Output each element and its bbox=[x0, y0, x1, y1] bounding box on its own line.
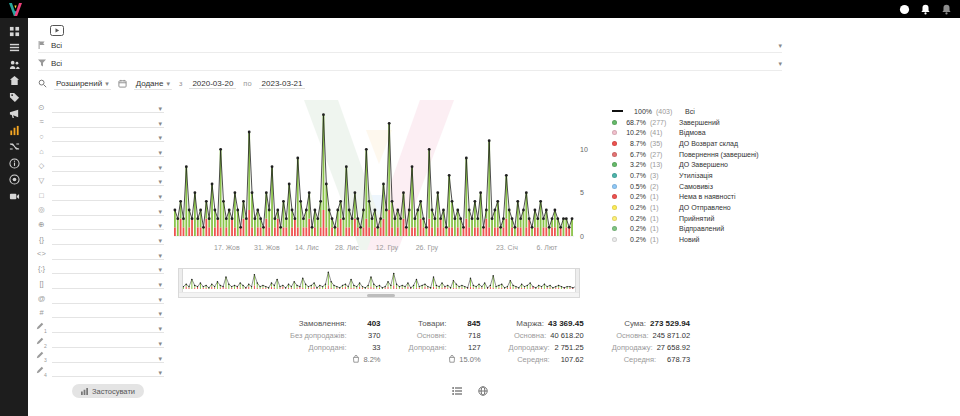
status-icon: ⊙ bbox=[36, 104, 47, 112]
legend-dot-swatch bbox=[612, 194, 617, 199]
filter-select[interactable]: ▾ bbox=[52, 352, 164, 363]
range-handle-left[interactable] bbox=[179, 269, 183, 292]
braces-icon: {} bbox=[36, 236, 47, 244]
sidebar-item-dashboard[interactable] bbox=[0, 23, 28, 40]
globe-icon[interactable] bbox=[478, 386, 488, 396]
bell-muted-icon[interactable] bbox=[941, 4, 952, 15]
legend-item[interactable]: 0.2%(1)Новий bbox=[612, 234, 759, 245]
filter-select[interactable]: ▾ bbox=[52, 337, 164, 348]
sidebar-item-shop[interactable] bbox=[0, 73, 28, 90]
legend-dot-swatch bbox=[612, 237, 617, 242]
filter-select[interactable]: ▾ bbox=[52, 278, 164, 289]
list-icon bbox=[9, 42, 20, 53]
svg-text:17. Жов: 17. Жов bbox=[214, 244, 240, 251]
stat-row: Основна:245 871.02 bbox=[612, 329, 690, 341]
range-handle-right[interactable] bbox=[575, 269, 579, 292]
app-logo-icon[interactable] bbox=[8, 3, 23, 16]
legend-item[interactable]: 0.2%(1)Відправлений bbox=[612, 224, 759, 235]
mode-select[interactable]: Розширений ▾ bbox=[54, 78, 111, 90]
legend-label: Відмова bbox=[679, 129, 706, 136]
sidebar-item-products[interactable] bbox=[0, 89, 28, 106]
filter-select[interactable]: ▾ bbox=[52, 322, 164, 333]
sidebar-item-info[interactable] bbox=[0, 155, 28, 172]
sidebar-item-customers[interactable] bbox=[0, 56, 28, 73]
date-from-input[interactable]: 2020-03-20 bbox=[189, 79, 236, 89]
stat-row: Допродажу:2 751.25 bbox=[509, 341, 584, 353]
legend-pct: 68.7% bbox=[621, 119, 646, 126]
filter-select[interactable]: ▾ bbox=[52, 131, 164, 142]
filter-select[interactable]: ▾ bbox=[52, 205, 164, 216]
sidebar-item-analytics[interactable] bbox=[0, 122, 28, 139]
date-field-select[interactable]: Додане ▾ bbox=[134, 78, 172, 90]
trend-icon: ≈ bbox=[36, 118, 47, 126]
date-to-input[interactable]: 2023-03-21 bbox=[259, 79, 306, 89]
sidebar-item-partners[interactable] bbox=[0, 172, 28, 189]
legend-item[interactable]: 100%(403)Всі bbox=[612, 106, 759, 117]
stat-title: Товари: bbox=[418, 319, 446, 328]
stat-value: 127 bbox=[451, 343, 481, 352]
filter-select[interactable]: ▾ bbox=[52, 263, 164, 274]
legend-item[interactable]: 0.7%(3)Утилізація bbox=[612, 170, 759, 181]
filter-select[interactable]: ▾ bbox=[52, 175, 164, 186]
filter-select[interactable]: ▾ bbox=[52, 219, 164, 230]
legend-item[interactable]: 0.2%(1)ДО Отправлено bbox=[612, 202, 759, 213]
filter-select[interactable]: ▾ bbox=[52, 307, 164, 318]
legend-item[interactable]: 68.7%(277)Завершений bbox=[612, 117, 759, 128]
legend-count: (3) bbox=[650, 172, 675, 179]
sidebar-item-automation[interactable] bbox=[0, 139, 28, 156]
circle-status-icon[interactable] bbox=[899, 4, 910, 15]
filter-select[interactable]: ▾ bbox=[52, 102, 164, 113]
legend-item[interactable]: 3.2%(13)ДО Завершено bbox=[612, 159, 759, 170]
filter-select[interactable]: ▾ bbox=[52, 234, 164, 245]
legend-item[interactable]: 10.2%(41)Відмова bbox=[612, 127, 759, 138]
search-icon[interactable] bbox=[38, 79, 47, 88]
filter-select[interactable]: ▾ bbox=[52, 190, 164, 201]
legend-label: Нема в наявності bbox=[679, 193, 736, 200]
filter-row: ◇▾ bbox=[32, 159, 164, 174]
range-scrollbar-thumb[interactable] bbox=[367, 294, 395, 297]
filter-row: {;}▾ bbox=[32, 262, 164, 277]
video-hint-icon[interactable] bbox=[50, 25, 64, 36]
secondary-filter-select[interactable]: Всі ▾ bbox=[38, 56, 782, 71]
filter-panel: ⊙▾≈▾○▾⌂▾◇▾▽▾□▾◎▾⊕▾{}▾<>▾{;}▾[]▾@▾#▾1▾2▾3… bbox=[32, 100, 164, 379]
legend-item[interactable]: 8.7%(35)ДО Возврат склад bbox=[612, 138, 759, 149]
legend-pct: 0.2% bbox=[621, 225, 646, 232]
stat-label: Допродажу: bbox=[612, 343, 653, 352]
filter-select[interactable]: ▾ bbox=[52, 117, 164, 128]
range-selector-chart[interactable] bbox=[179, 269, 579, 292]
filter-select[interactable]: ▾ bbox=[52, 293, 164, 304]
tag-icon bbox=[9, 92, 20, 103]
legend-item[interactable]: 6.7%(27)Повернення (завершені) bbox=[612, 149, 759, 160]
stat-label: Середня: bbox=[624, 355, 656, 364]
legend-item[interactable]: 0.5%(2)Самовивіз bbox=[612, 181, 759, 192]
filter-select[interactable]: ▾ bbox=[52, 366, 164, 377]
stat-header: Товари:845 bbox=[409, 317, 481, 329]
legend-label: Утилізація bbox=[679, 172, 713, 179]
legend-item[interactable]: 0.2%(1)Прийнятий bbox=[612, 213, 759, 224]
stat-label: Допродані: bbox=[309, 343, 347, 352]
stat-row: Без допродажів:370 bbox=[290, 329, 381, 341]
sidebar-item-orders[interactable] bbox=[0, 40, 28, 57]
summary-list-icon[interactable] bbox=[452, 386, 462, 396]
chart-range-selector[interactable] bbox=[178, 268, 580, 298]
filter-select[interactable]: ▾ bbox=[52, 249, 164, 260]
filter-select[interactable]: ▾ bbox=[52, 161, 164, 172]
sidebar-item-marketing[interactable] bbox=[0, 106, 28, 123]
calendar-icon bbox=[118, 79, 127, 88]
bell-icon[interactable] bbox=[920, 4, 931, 15]
sidebar-item-video-tutorials[interactable] bbox=[0, 188, 28, 205]
stat-row: Допродані:127 bbox=[409, 341, 481, 353]
legend-pct: 100% bbox=[627, 108, 652, 115]
brackets-icon: [] bbox=[36, 280, 47, 288]
legend-label: Прийнятий bbox=[679, 215, 714, 222]
shuffle-icon bbox=[9, 141, 20, 152]
orders-chart[interactable]: 051017. Жов31. Жов14. Лис28. Лис12. Гру2… bbox=[172, 100, 604, 256]
legend-item[interactable]: 0.2%(1)Нема в наявності bbox=[612, 192, 759, 203]
info-icon bbox=[9, 158, 20, 169]
primary-filter-select[interactable]: Всі ▾ bbox=[38, 38, 782, 53]
stat-label: Середня: bbox=[517, 355, 549, 364]
chevron-down-icon: ▾ bbox=[158, 252, 162, 259]
range-scrollbar[interactable] bbox=[179, 292, 579, 297]
apply-button[interactable]: Застосувати bbox=[72, 384, 144, 398]
filter-select[interactable]: ▾ bbox=[52, 146, 164, 157]
